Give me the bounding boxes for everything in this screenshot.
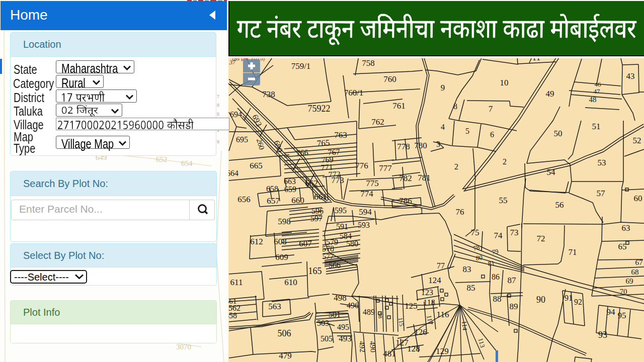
svg-text:593: 593: [358, 221, 370, 229]
svg-text:92: 92: [574, 298, 582, 306]
svg-text:611: 611: [230, 278, 243, 287]
svg-text:694: 694: [230, 110, 242, 119]
svg-text:74: 74: [494, 231, 503, 240]
svg-text:658: 658: [266, 185, 278, 193]
svg-text:123: 123: [421, 288, 433, 297]
svg-text:9: 9: [441, 83, 445, 93]
svg-text:95: 95: [618, 311, 626, 320]
svg-text:4: 4: [441, 123, 445, 131]
svg-text:612: 612: [250, 237, 263, 246]
svg-text:11: 11: [532, 58, 540, 62]
svg-text:479: 479: [279, 351, 292, 360]
svg-text:68: 68: [631, 268, 639, 276]
svg-text:758: 758: [362, 58, 375, 68]
svg-text:492: 492: [358, 341, 367, 353]
svg-text:608: 608: [274, 237, 287, 246]
svg-text:118: 118: [423, 298, 435, 307]
svg-text:87: 87: [508, 276, 517, 285]
svg-text:481: 481: [383, 349, 396, 358]
svg-text:594: 594: [359, 207, 372, 217]
svg-text:563: 563: [268, 302, 281, 311]
svg-text:53: 53: [598, 158, 606, 167]
svg-text:695: 695: [236, 135, 248, 144]
svg-text:781: 781: [418, 173, 431, 183]
svg-text:660: 660: [291, 196, 304, 205]
svg-text:89: 89: [510, 302, 518, 311]
svg-text:124: 124: [428, 276, 441, 285]
svg-text:780: 780: [414, 141, 427, 150]
svg-text:91: 91: [565, 294, 573, 302]
svg-text:766: 766: [296, 148, 308, 157]
svg-text:75: 75: [471, 228, 479, 237]
svg-text:652: 652: [156, 155, 168, 163]
svg-text:90: 90: [536, 295, 545, 305]
svg-text:765: 765: [316, 138, 330, 148]
svg-text:773: 773: [331, 175, 344, 185]
svg-text:775: 775: [366, 178, 379, 188]
svg-text:609: 609: [275, 252, 288, 262]
svg-text:6: 6: [490, 130, 494, 139]
svg-text:125: 125: [405, 301, 418, 311]
svg-text:495: 495: [337, 323, 349, 331]
svg-text:505: 505: [320, 334, 333, 343]
svg-text:503: 503: [317, 319, 329, 327]
svg-text:83: 83: [463, 264, 471, 274]
svg-text:654: 654: [181, 159, 193, 167]
svg-text:128: 128: [407, 344, 420, 353]
svg-text:663: 663: [284, 177, 296, 186]
svg-text:490: 490: [368, 341, 377, 353]
svg-text:116: 116: [437, 310, 449, 319]
svg-text:9: 9: [217, 139, 219, 144]
svg-text:57: 57: [597, 189, 606, 198]
svg-text:49: 49: [546, 89, 554, 99]
svg-text:501: 501: [329, 310, 341, 319]
svg-text:738: 738: [262, 89, 275, 99]
svg-text:1: 1: [420, 207, 424, 215]
svg-text:566: 566: [329, 261, 341, 269]
svg-text:80: 80: [475, 253, 483, 262]
svg-text:761: 761: [392, 101, 406, 111]
svg-text:656: 656: [237, 195, 251, 204]
svg-text:88: 88: [493, 294, 502, 304]
svg-text:763: 763: [334, 130, 347, 140]
svg-text:759/1: 759/1: [291, 61, 311, 71]
svg-text:73: 73: [510, 228, 519, 237]
svg-text:493: 493: [339, 334, 352, 343]
svg-text:63: 63: [622, 223, 630, 233]
svg-text:77: 77: [437, 261, 445, 270]
svg-text:165: 165: [308, 266, 322, 276]
svg-text:50: 50: [554, 129, 562, 138]
svg-text:762: 762: [371, 117, 384, 127]
svg-text:760/1: 760/1: [344, 88, 364, 98]
svg-text:657: 657: [267, 196, 280, 206]
svg-text:70: 70: [620, 288, 627, 296]
svg-text:489: 489: [363, 308, 375, 316]
svg-text:3: 3: [436, 140, 440, 148]
svg-text:598: 598: [278, 217, 291, 226]
svg-text:8: 8: [453, 102, 457, 111]
svg-text:2: 2: [503, 157, 507, 166]
svg-text:71: 71: [569, 247, 577, 257]
svg-text:114: 114: [460, 320, 469, 331]
svg-text:55: 55: [499, 196, 508, 205]
svg-text:662: 662: [305, 178, 318, 188]
svg-text:558: 558: [228, 311, 237, 320]
svg-text:595: 595: [335, 206, 347, 215]
svg-text:37: 37: [229, 59, 236, 66]
svg-text:67: 67: [635, 258, 643, 266]
svg-text:5: 5: [465, 127, 469, 135]
svg-text:52: 52: [633, 136, 641, 145]
svg-text:129: 129: [436, 346, 449, 356]
svg-text:782: 782: [399, 173, 412, 183]
svg-text:75922: 75922: [308, 104, 331, 114]
svg-text:7: 7: [217, 94, 219, 99]
svg-text:665: 665: [250, 161, 263, 170]
svg-text:777: 777: [379, 163, 392, 173]
svg-text:7: 7: [489, 104, 493, 114]
svg-text:81: 81: [488, 259, 495, 267]
svg-text:43: 43: [626, 71, 635, 81]
svg-text:776: 776: [355, 161, 368, 170]
svg-text:85: 85: [467, 283, 475, 293]
svg-text:597: 597: [310, 214, 323, 223]
svg-text:76: 76: [456, 207, 464, 217]
